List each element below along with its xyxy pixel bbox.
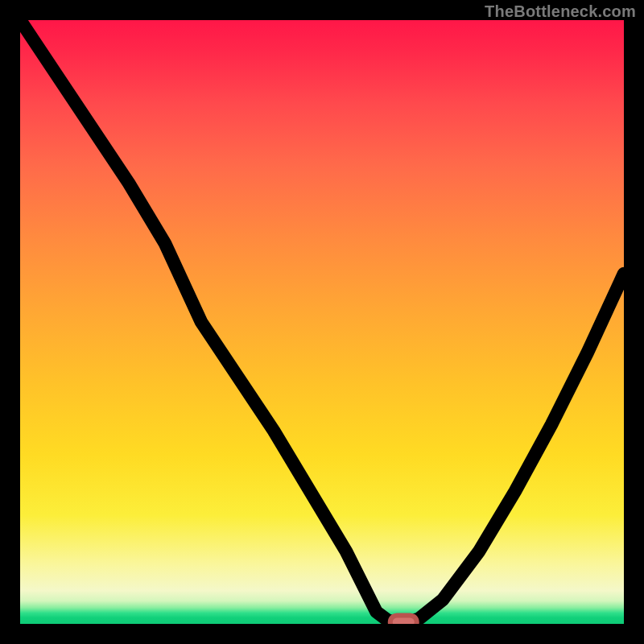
plot-area — [20, 20, 624, 624]
chart-frame: TheBottleneck.com — [0, 0, 644, 644]
curve-layer — [20, 20, 624, 624]
minimum-marker — [390, 616, 417, 625]
watermark-text: TheBottleneck.com — [485, 2, 636, 21]
bottleneck-curve — [20, 20, 624, 622]
